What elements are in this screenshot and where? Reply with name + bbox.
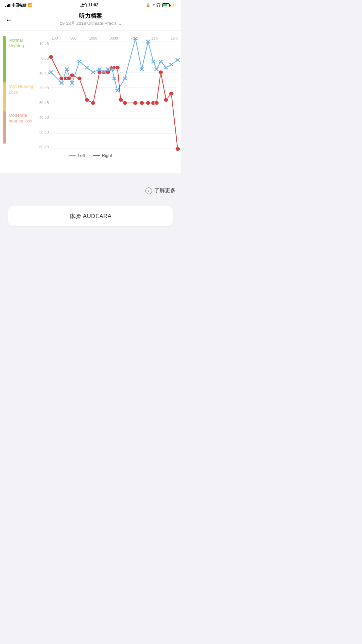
learn-more-button[interactable]: i 了解更多 [145, 187, 176, 194]
x-label: 500 [70, 36, 76, 40]
sidebar-label: Mild Hearing Loss [9, 83, 36, 95]
sidebar-label: Moderate hearing loss [9, 111, 36, 124]
y-label: -10 dB [38, 42, 49, 46]
chart-svg [51, 42, 178, 149]
sidebar-color-bar [3, 83, 6, 111]
x-axis: 10050010003000700011 k16 k [52, 36, 178, 42]
svg-point-5 [77, 76, 82, 80]
sidebar-band: Mild Hearing Loss [3, 83, 36, 111]
svg-point-1 [59, 76, 64, 80]
x-label: 16 k [171, 36, 178, 40]
svg-point-7 [91, 101, 96, 105]
divider [0, 177, 181, 177]
svg-point-16 [133, 101, 138, 105]
grid-plot [51, 42, 178, 149]
sidebar-color-bar [3, 111, 6, 144]
carrier-text: 中国电信 [12, 3, 26, 8]
y-label: 60 dB [38, 145, 49, 149]
chart-section: Normal HearingMild Hearing LossModerate … [0, 31, 181, 163]
legend-right: Right [93, 153, 112, 158]
y-label: 20 dB [38, 86, 49, 90]
back-button[interactable]: ← [5, 16, 13, 24]
experience-button[interactable]: 体验 AUDEARA [8, 206, 173, 226]
sidebar-band: Moderate hearing loss [3, 111, 36, 144]
lock-icon: 🔒 [146, 3, 150, 7]
svg-point-22 [164, 98, 168, 102]
y-label: 40 dB [38, 115, 49, 119]
legend-left-label: Left [78, 153, 85, 158]
sidebar-labels: Normal HearingMild Hearing LossModerate … [3, 36, 36, 149]
chart-body: -10 dB0 dB10 dB20 dB30 dB40 dB50 dB60 dB [38, 42, 178, 149]
signal-icon [5, 3, 10, 7]
learn-more-label: 了解更多 [154, 187, 176, 194]
svg-point-4 [70, 73, 74, 77]
legend-left: Left [69, 153, 85, 158]
page-title: 听力档案 [17, 12, 164, 20]
chart-legend: Left Right [0, 149, 181, 160]
sidebar-band: Normal Hearing [3, 36, 36, 83]
legend-right-label: Right [102, 153, 112, 158]
status-bar: 中国电信 📶 上午11:02 🔒 ↗ 🎧 ⚡ [0, 0, 181, 9]
charging-icon: ⚡ [171, 3, 176, 7]
wifi-icon: 📶 [28, 3, 33, 7]
status-left: 中国电信 📶 [5, 3, 33, 8]
svg-point-23 [169, 92, 174, 96]
bottom-spacer [0, 239, 181, 307]
svg-point-18 [146, 101, 150, 105]
learn-more-section: i 了解更多 [0, 180, 181, 200]
sidebar-color-bar [3, 36, 6, 83]
chart-area: 10050010003000700011 k16 k -10 dB0 dB10 … [38, 36, 178, 149]
y-label: 10 dB [38, 71, 49, 75]
svg-point-14 [118, 98, 123, 102]
svg-point-6 [84, 98, 89, 102]
y-label: 0 dB [38, 56, 49, 60]
x-label: 3000 [110, 36, 118, 40]
svg-point-21 [159, 70, 163, 74]
legend-right-line [93, 155, 100, 156]
x-label: 1000 [89, 36, 97, 40]
svg-point-15 [123, 101, 127, 105]
page-subtitle: 09 12月 2018 Ultimate Precisi... [17, 20, 164, 26]
status-time: 上午11:02 [80, 2, 99, 8]
legend-left-line [69, 155, 76, 156]
svg-point-20 [154, 101, 159, 105]
location-icon: ↗ [152, 3, 155, 7]
page-header: ← 听力档案 09 12月 2018 Ultimate Precisi... [0, 9, 181, 31]
svg-point-13 [115, 66, 120, 70]
bottom-section: 体验 AUDEARA [0, 200, 181, 239]
x-label: 100 [52, 36, 58, 40]
headphone-icon: 🎧 [156, 3, 161, 7]
y-label: 30 dB [38, 101, 49, 105]
info-icon: i [145, 187, 152, 194]
status-right: 🔒 ↗ 🎧 ⚡ [146, 3, 176, 7]
svg-point-0 [49, 55, 53, 59]
battery-icon [162, 3, 170, 7]
sidebar-label: Normal Hearing [9, 36, 36, 49]
svg-point-17 [139, 101, 144, 105]
x-label: 11 k [151, 36, 158, 40]
chart-container: Normal HearingMild Hearing LossModerate … [0, 36, 181, 149]
y-label: 50 dB [38, 130, 49, 134]
svg-point-24 [175, 147, 180, 151]
